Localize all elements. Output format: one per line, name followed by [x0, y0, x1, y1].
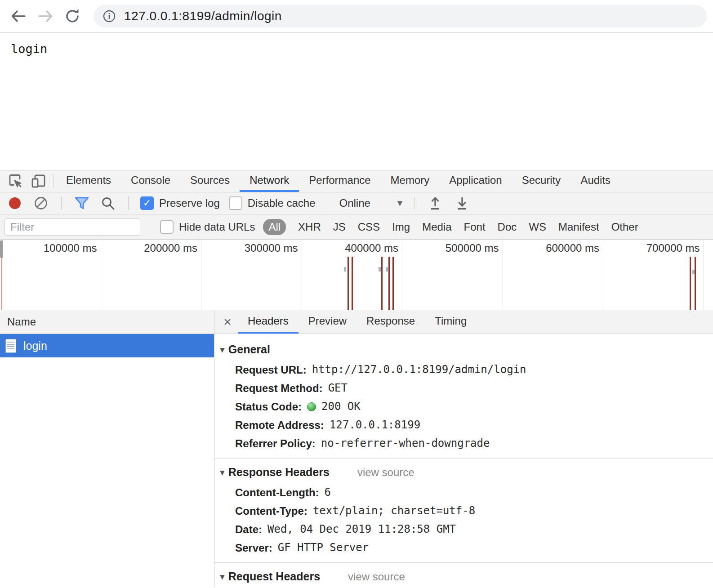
import-har-button[interactable] [426, 196, 444, 211]
timeline-tick-label: 500000 ms [432, 242, 499, 254]
clear-icon [34, 196, 48, 210]
disable-cache-checkbox[interactable]: Disable cache [229, 196, 316, 210]
chevron-down-icon: ▼ [397, 199, 403, 207]
devtools-tab-security[interactable]: Security [512, 170, 571, 192]
header-value: no-referrer-when-downgrade [321, 437, 490, 450]
filter-toggle-button[interactable] [73, 196, 90, 210]
back-button[interactable] [6, 4, 31, 28]
network-overview-timeline[interactable]: 100000 ms200000 ms300000 ms400000 ms5000… [0, 240, 713, 310]
general-rows: Request URL:http://127.0.0.1:8199/admin/… [214, 361, 713, 453]
filter-type-media[interactable]: Media [422, 221, 451, 233]
request-row-login[interactable]: login [0, 334, 214, 357]
details-tabs: HeadersPreviewResponseTiming [238, 310, 477, 334]
inspect-element-button[interactable] [4, 170, 27, 192]
clear-network-log-button[interactable] [32, 196, 49, 210]
timeline-event-bar [690, 257, 691, 310]
header-row: Server:GF HTTP Server [214, 539, 713, 557]
filter-type-font[interactable]: Font [464, 221, 486, 233]
details-tab-preview[interactable]: Preview [299, 310, 356, 334]
close-details-button[interactable]: × [217, 310, 238, 334]
details-tab-response[interactable]: Response [356, 310, 425, 334]
devtools-tab-application[interactable]: Application [439, 170, 512, 192]
hide-data-urls-checkbox[interactable]: Hide data URLs [160, 220, 255, 234]
section-divider [214, 562, 713, 563]
reload-icon [63, 7, 81, 25]
request-headers-section-header[interactable]: ▼ Request Headers view source [214, 564, 713, 587]
preserve-log-checkbox[interactable]: ✓ Preserve log [140, 196, 220, 210]
filter-type-manifest[interactable]: Manifest [558, 221, 599, 233]
device-toolbar-icon [31, 173, 47, 189]
filter-type-other[interactable]: Other [611, 221, 638, 233]
filter-type-all[interactable]: All [263, 219, 286, 235]
search-button[interactable] [99, 196, 116, 210]
details-tab-headers[interactable]: Headers [238, 310, 299, 334]
record-icon [9, 197, 21, 209]
filter-type-ws[interactable]: WS [529, 221, 546, 233]
header-name: Request URL: [235, 363, 307, 377]
url-text[interactable]: 127.0.0.1:8199/admin/login [124, 9, 282, 23]
header-value: text/plain; charset=utf-8 [313, 504, 475, 518]
divider [53, 174, 53, 188]
section-divider [214, 458, 713, 459]
timeline-event-bar [392, 257, 394, 310]
address-bar[interactable]: 127.0.0.1:8199/admin/login [94, 5, 707, 27]
timeline-gridline [302, 240, 302, 310]
filter-type-js[interactable]: JS [333, 221, 346, 233]
view-source-link[interactable]: view source [348, 570, 405, 583]
devtools-tab-performance[interactable]: Performance [299, 170, 380, 192]
export-har-button[interactable] [453, 196, 471, 211]
name-column-header[interactable]: Name [0, 310, 214, 334]
checkbox-unchecked-icon [229, 196, 242, 210]
filter-type-img[interactable]: Img [392, 221, 410, 233]
devtools-tab-bar: ElementsConsoleSourcesNetworkPerformance… [0, 170, 713, 192]
devtools-tab-console[interactable]: Console [121, 170, 180, 192]
record-network-log-button[interactable] [6, 197, 23, 209]
timeline-request-dot [692, 270, 695, 274]
view-source-link[interactable]: view source [357, 466, 414, 479]
disclosure-triangle-icon: ▼ [220, 469, 225, 476]
request-name: login [23, 339, 47, 352]
network-toolbar: ✓ Preserve log Disable cache Online ▼ [0, 192, 713, 214]
response-headers-section-header[interactable]: ▼ Response Headers view source [214, 459, 713, 483]
throttling-value: Online [339, 197, 370, 209]
timeline-gridline [402, 240, 402, 310]
timeline-tick-label: 600000 ms [532, 242, 599, 254]
filter-input[interactable] [4, 218, 140, 236]
section-title: Request Headers [228, 570, 320, 583]
devtools-tab-network[interactable]: Network [240, 170, 299, 192]
document-icon [5, 339, 16, 353]
devtools-tab-memory[interactable]: Memory [381, 170, 440, 192]
filter-type-css[interactable]: CSS [358, 221, 380, 233]
forward-button[interactable] [33, 4, 58, 28]
timeline-tick-label: 300000 ms [231, 242, 298, 254]
toggle-device-toolbar-button[interactable] [27, 170, 50, 192]
disclosure-triangle-icon: ▼ [220, 346, 225, 353]
general-section-header[interactable]: ▼ General [214, 337, 713, 361]
timeline-event-bar [348, 257, 349, 310]
resource-type-filters: AllXHRJSCSSImgMediaFontDocWSManifestOthe… [263, 219, 638, 235]
preserve-log-label: Preserve log [159, 197, 220, 209]
header-row: Content-Type:text/plain; charset=utf-8 [214, 502, 713, 520]
details-tab-bar: × HeadersPreviewResponseTiming [214, 310, 713, 334]
devtools-tab-sources[interactable]: Sources [180, 170, 240, 192]
details-tab-timing[interactable]: Timing [425, 310, 477, 334]
filter-type-doc[interactable]: Doc [498, 221, 517, 233]
page-body-text: login [0, 33, 713, 56]
timeline-gridline [603, 240, 603, 310]
devtools-tab-elements[interactable]: Elements [56, 170, 121, 192]
request-details-panel: × HeadersPreviewResponseTiming ▼ General… [214, 310, 713, 587]
timeline-gridline [101, 240, 101, 310]
devtools-tab-audits[interactable]: Audits [570, 170, 620, 192]
divider [61, 196, 62, 210]
filter-type-xhr[interactable]: XHR [298, 221, 321, 233]
upload-icon [428, 196, 442, 211]
header-name: Status Code: [235, 400, 302, 414]
checkbox-checked-icon: ✓ [140, 196, 154, 210]
reload-button[interactable] [60, 4, 85, 28]
filter-funnel-icon [74, 196, 89, 210]
header-value: http://127.0.0.1:8199/admin/login [312, 363, 526, 377]
inspect-cursor-icon [7, 173, 23, 189]
network-throttling-select[interactable]: Online ▼ [339, 197, 402, 209]
timeline-gridline [201, 240, 201, 310]
page-info-icon[interactable] [102, 9, 116, 23]
